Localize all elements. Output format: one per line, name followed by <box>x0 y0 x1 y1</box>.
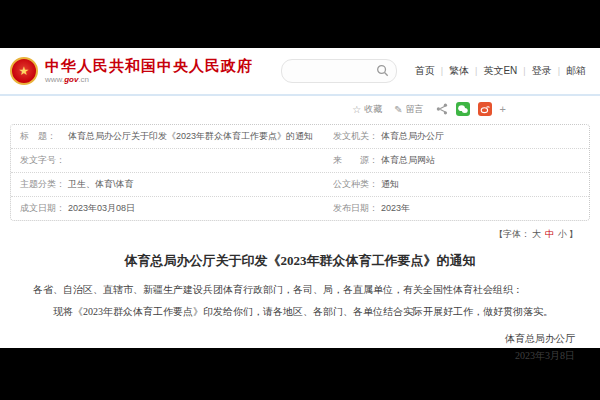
pencil-icon: ✎ <box>394 104 402 115</box>
main-nav: 首页| 繁体| 英文EN| 登录| 邮箱 <box>415 64 586 78</box>
signature-block: 体育总局办公厅 2023年3月8日 <box>0 330 575 364</box>
table-row: 标 题：体育总局办公厅关于印发《2023年群众体育工作要点》的通知 发文机关：体… <box>11 125 589 149</box>
meta-label-issuing-org: 发文机关： <box>333 130 381 143</box>
meta-value-source: 体育总局网站 <box>381 154 435 167</box>
meta-label-doc-type: 公文种类： <box>333 178 381 191</box>
search-icon[interactable] <box>376 64 389 77</box>
weibo-share-icon[interactable] <box>478 102 492 116</box>
screenshot-stage: ★ 中华人民共和国中央人民政府 www.gov.cn 首页| 繁体| 英文EN| <box>0 0 600 400</box>
site-header: ★ 中华人民共和国中央人民政府 www.gov.cn 首页| 繁体| 英文EN| <box>0 48 600 96</box>
meta-value-category: 卫生、体育\体育 <box>68 178 134 191</box>
document-meta-table: 标 题：体育总局办公厅关于印发《2023年群众体育工作要点》的通知 发文机关：体… <box>10 124 590 221</box>
national-emblem-icon: ★ <box>10 57 38 85</box>
share-toolbar: ☆收藏 ✎留言 + <box>0 96 600 122</box>
font-size-small-button[interactable]: 小 <box>558 229 567 239</box>
meta-label-category: 主题分类： <box>20 178 68 191</box>
nav-traditional[interactable]: 繁体 <box>449 64 469 78</box>
font-size-medium-button[interactable]: 中 <box>545 229 554 239</box>
nav-home[interactable]: 首页 <box>415 64 435 78</box>
table-row: 发文字号： 来 源：体育总局网站 <box>11 149 589 173</box>
more-share-button[interactable]: + <box>500 103 506 115</box>
meta-value-title: 体育总局办公厅关于印发《2023年群众体育工作要点》的通知 <box>68 130 313 143</box>
font-size-control: 【字体：大中小】 <box>0 221 600 241</box>
signature-date: 2023年3月8日 <box>0 347 575 364</box>
nav-english[interactable]: 英文EN <box>483 64 517 78</box>
gov-cn-page: ★ 中华人民共和国中央人民政府 www.gov.cn 首页| 繁体| 英文EN| <box>0 48 600 348</box>
site-url: www.gov.cn <box>45 75 253 85</box>
nav-mail[interactable]: 邮箱 <box>566 64 586 78</box>
table-row: 成文日期：2023年03月08日 发布日期：2023年 <box>11 197 589 220</box>
meta-label-written-date: 成文日期： <box>20 202 68 215</box>
article-paragraph-salutation: 各省、自治区、直辖市、新疆生产建设兵团体育行政部门，各司、局，各直属单位，有关全… <box>33 283 574 297</box>
star-icon: ☆ <box>352 104 361 115</box>
share-icon[interactable] <box>436 103 448 115</box>
meta-label-source: 来 源： <box>333 154 381 167</box>
document-title: 体育总局办公厅关于印发《2023年群众体育工作要点》的通知 <box>20 252 580 270</box>
meta-label-doc-number: 发文字号： <box>20 154 68 167</box>
site-title: 中华人民共和国中央人民政府 <box>45 58 253 74</box>
wechat-share-icon[interactable] <box>456 102 470 116</box>
meta-value-publish-date: 2023年 <box>381 202 410 215</box>
font-size-large-button[interactable]: 大 <box>532 229 541 239</box>
favorite-button[interactable]: ☆收藏 <box>352 103 382 116</box>
meta-label-title: 标 题： <box>20 130 68 143</box>
meta-value-doc-type: 通知 <box>381 178 399 191</box>
nav-login[interactable]: 登录 <box>532 64 552 78</box>
meta-value-written-date: 2023年03月08日 <box>68 202 135 215</box>
search-box[interactable] <box>281 59 397 83</box>
table-row: 主题分类：卫生、体育\体育 公文种类：通知 <box>11 173 589 197</box>
comment-button[interactable]: ✎留言 <box>394 103 423 116</box>
article-paragraph-body: 现将《2023年群众体育工作要点》印发给你们，请各地区、各部门、各单位结合实际开… <box>33 305 574 319</box>
search-input[interactable] <box>292 61 376 81</box>
site-logo[interactable]: ★ 中华人民共和国中央人民政府 www.gov.cn <box>10 57 253 85</box>
meta-value-issuing-org: 体育总局办公厅 <box>381 130 444 143</box>
meta-label-publish-date: 发布日期： <box>333 202 381 215</box>
signature-org: 体育总局办公厅 <box>0 330 575 347</box>
